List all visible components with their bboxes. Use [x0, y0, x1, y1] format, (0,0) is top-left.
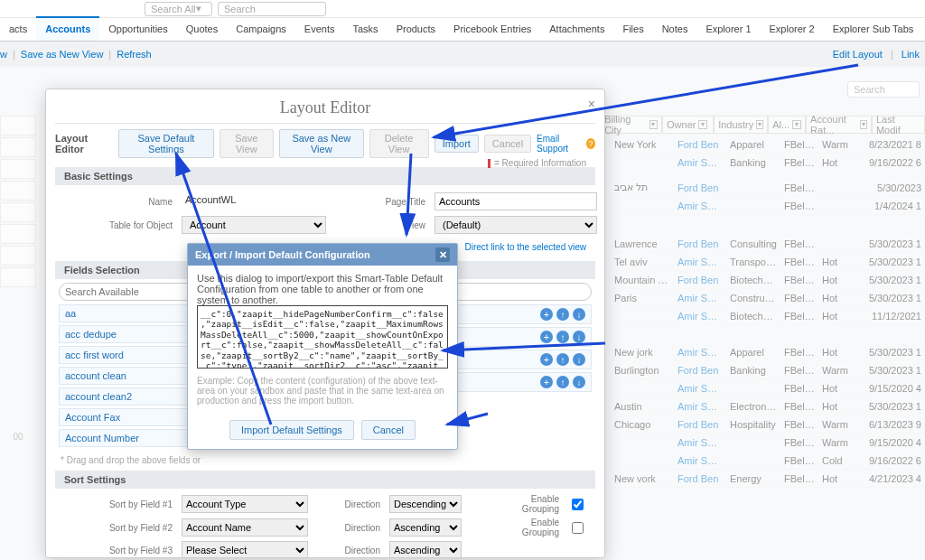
layout-editor-title: Layout Editor: [46, 89, 604, 123]
tab-explorer-1[interactable]: Explorer 1: [696, 18, 760, 41]
sort-dir-3-label: Direction: [317, 546, 380, 555]
tab-opportunities[interactable]: Opportunities: [99, 18, 176, 41]
enable-grouping-1-checkbox[interactable]: [572, 499, 584, 510]
tab-notes[interactable]: Notes: [653, 18, 697, 41]
link-save-as-new-view[interactable]: Save as New View: [21, 49, 104, 60]
up-icon[interactable]: ↑: [556, 331, 569, 343]
up-icon[interactable]: ↑: [556, 353, 569, 366]
add-icon[interactable]: +: [540, 353, 553, 366]
dialog-example-text: Example: Copy the content (configuration…: [197, 376, 448, 406]
tab-explorer-sub-tabs[interactable]: Explorer Sub Tabs: [824, 18, 923, 41]
sort-field-3-label: Sort by Field #3: [64, 546, 173, 555]
save-default-settings-button[interactable]: Save Default Settings: [118, 129, 213, 158]
email-support-link[interactable]: Email Support: [537, 134, 583, 154]
table-for-object-select[interactable]: Account: [182, 216, 326, 234]
section-basic-settings: Basic Settings: [55, 167, 595, 185]
sort-dir-2-select[interactable]: Ascending: [389, 518, 462, 537]
tab-accounts[interactable]: Accounts: [36, 16, 99, 41]
save-view-button[interactable]: Save View: [220, 129, 275, 158]
up-icon[interactable]: ↑: [556, 376, 569, 388]
add-icon[interactable]: +: [540, 331, 553, 343]
direct-link[interactable]: Direct link to the selected view: [464, 242, 586, 252]
import-button[interactable]: Import: [434, 135, 479, 153]
layout-editor-heading: Layout Editor: [55, 133, 107, 154]
down-icon[interactable]: ↓: [573, 331, 585, 343]
global-search-scope[interactable]: Search All ▾: [145, 2, 212, 16]
export-import-dialog-title: Export / Import Default Configuration: [195, 249, 370, 260]
down-icon[interactable]: ↓: [573, 308, 585, 321]
cancel-button[interactable]: Cancel: [484, 135, 531, 153]
sort-field-2-select[interactable]: Account Name: [182, 518, 308, 537]
tab-quotes[interactable]: Quotes: [177, 18, 227, 41]
tab-acts[interactable]: acts: [0, 18, 36, 41]
add-icon[interactable]: +: [540, 308, 553, 321]
view-label: View: [335, 220, 425, 230]
tab-explorer-2[interactable]: Explorer 2: [761, 18, 824, 41]
sort-dir-1-label: Direction: [317, 499, 380, 509]
dialog-close-icon[interactable]: ✕: [435, 247, 450, 262]
dialog-intro-text: Use this dialog to import/export this Sm…: [197, 273, 448, 305]
tab-events[interactable]: Events: [295, 18, 344, 41]
name-label: Name: [64, 197, 173, 207]
view-select[interactable]: (Default): [434, 216, 597, 234]
delete-view-button[interactable]: Delete View: [369, 129, 429, 158]
tab-files[interactable]: Files: [613, 18, 652, 41]
down-icon[interactable]: ↓: [573, 376, 585, 388]
section-sort-settings: Sort Settings: [55, 471, 595, 489]
page-title-label: Page Title: [335, 197, 425, 207]
page-title-input[interactable]: [434, 192, 597, 210]
link-edit-layout[interactable]: Edit Layout: [833, 49, 883, 60]
tab-attachments[interactable]: Attachments: [540, 18, 613, 41]
config-textarea[interactable]: __c":0,"zaapit__hidePageNumberConfirm__c…: [197, 305, 448, 369]
required-info-legend: = Required Information: [488, 158, 586, 168]
sort-dir-2-label: Direction: [317, 523, 380, 533]
global-search-input[interactable]: Search: [218, 2, 326, 16]
sort-field-3-select[interactable]: Please Select: [182, 541, 308, 558]
tab-tasks[interactable]: Tasks: [344, 18, 388, 41]
tab-pricebook-entries[interactable]: Pricebook Entries: [444, 18, 540, 41]
tab-campaigns[interactable]: Campaigns: [227, 18, 295, 41]
tab-products[interactable]: Products: [388, 18, 444, 41]
up-icon[interactable]: ↑: [556, 308, 569, 321]
sort-field-1-select[interactable]: Account Type: [182, 495, 308, 513]
table-for-object-label: Table for Object: [64, 220, 173, 230]
link-refresh[interactable]: Refresh: [117, 49, 152, 60]
top-search-strip: Search All ▾ Search: [0, 0, 925, 18]
down-icon[interactable]: ↓: [573, 353, 585, 366]
drag-note: * Drag and drop the above fields or: [46, 453, 604, 467]
link-w[interactable]: w: [0, 49, 7, 60]
enable-grouping-2-label: Enable Grouping: [505, 518, 559, 537]
import-default-settings-button[interactable]: Import Default Settings: [229, 420, 354, 440]
link-link[interactable]: Link: [902, 49, 920, 60]
layout-editor-modal: Layout Editor × Layout Editor Save Defau…: [45, 89, 605, 558]
tab-bar: acts Accounts Opportunities Quotes Campa…: [0, 18, 925, 42]
save-as-new-view-button[interactable]: Save as New View: [279, 129, 363, 158]
sort-dir-1-select[interactable]: Descending: [389, 495, 462, 513]
enable-grouping-1-label: Enable Grouping: [505, 494, 559, 514]
sort-dir-3-select[interactable]: Ascending: [389, 541, 462, 558]
help-icon[interactable]: ?: [586, 138, 595, 149]
close-icon[interactable]: ×: [588, 97, 595, 111]
add-icon[interactable]: +: [540, 376, 553, 388]
export-import-dialog: Export / Import Default Configuration ✕ …: [187, 243, 458, 450]
view-action-row: w | Save as New View | Refresh Edit Layo…: [0, 42, 925, 67]
sort-field-2-label: Sort by Field #2: [64, 523, 173, 533]
enable-grouping-2-checkbox[interactable]: [572, 522, 584, 534]
name-value: AccountWL: [182, 192, 326, 210]
sort-field-1-label: Sort by Field #1: [64, 499, 173, 509]
dialog-cancel-button[interactable]: Cancel: [361, 420, 416, 440]
